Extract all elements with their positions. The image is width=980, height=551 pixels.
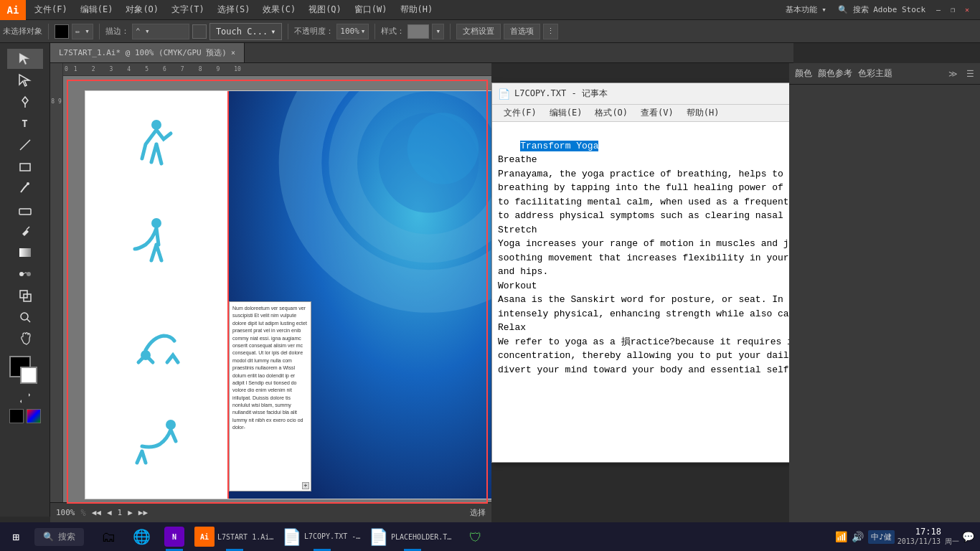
status-mode: 选择: [470, 507, 486, 518]
volume-icon[interactable]: 🔊: [852, 531, 864, 542]
restore-button[interactable]: ❐: [946, 3, 960, 17]
color-panel-title: 颜色: [795, 67, 812, 80]
menu-view[interactable]: 视图(Q): [303, 1, 347, 19]
stroke-dropdown[interactable]: ⌃ ▾: [132, 24, 189, 39]
style-dropdown[interactable]: ▾: [432, 24, 444, 39]
zoom-tool[interactable]: [7, 307, 43, 327]
notification-icon[interactable]: 💬: [962, 531, 974, 542]
notepad-icon: 📄: [498, 88, 510, 100]
svg-point-6: [27, 272, 31, 276]
eyedropper-tool[interactable]: [7, 221, 43, 241]
brush-tool[interactable]: [7, 178, 43, 198]
menu-select[interactable]: 选择(S): [212, 1, 256, 19]
separator-5: [450, 24, 451, 39]
none-fill[interactable]: [9, 409, 24, 423]
stroke-color-box[interactable]: [20, 367, 37, 384]
eraser-tool[interactable]: [7, 199, 43, 220]
hand-tool[interactable]: [7, 329, 43, 349]
menu-text[interactable]: 文字(T): [166, 1, 210, 19]
menu-object[interactable]: 对象(O): [120, 1, 164, 19]
time-display: 17:18: [897, 527, 959, 537]
nav-back-btn[interactable]: ◀: [107, 508, 112, 517]
taskbar-app-antivirus[interactable]: 🛡: [460, 522, 491, 551]
style-label: 样式：: [381, 26, 405, 37]
canvas-text-content: Num doloreetum ver sequam ver suscipisti…: [232, 306, 307, 430]
shape-tool[interactable]: [7, 156, 43, 176]
nav-next-btn[interactable]: ▶▶: [138, 508, 148, 517]
menu-help[interactable]: 帮助(H): [395, 1, 439, 19]
brush-dropdown[interactable]: ✏ ▾: [72, 24, 93, 39]
gradient-tool[interactable]: [7, 242, 43, 263]
close-button[interactable]: ✕: [960, 3, 974, 17]
nav-forward-btn[interactable]: ▶: [128, 508, 133, 517]
taskbar-apps: 🗂 🌐 N Ai L7START_1.Ai* @... 📄 L7COPY.TXT…: [87, 522, 829, 551]
np-taskbar-label: L7COPY.TXT - 记...: [304, 532, 362, 542]
taskbar-app-illustrator[interactable]: Ai L7START_1.Ai* @...: [192, 522, 278, 551]
scale-tool[interactable]: [7, 286, 43, 306]
type-tool[interactable]: T: [7, 113, 43, 133]
svg-point-9: [21, 313, 28, 320]
menu-window[interactable]: 窗口(W): [349, 1, 393, 19]
yoga-figure-2: [131, 217, 182, 275]
svg-rect-1: [20, 164, 30, 171]
tab-close-btn[interactable]: ×: [231, 49, 235, 57]
taskbar-app-explorer[interactable]: 🗂: [93, 522, 124, 551]
fill-color[interactable]: [55, 24, 69, 39]
start-button[interactable]: ⊞: [0, 522, 32, 551]
swap-colors-icon[interactable]: [20, 393, 30, 403]
color-swatches[interactable]: [9, 356, 41, 387]
pen-tool[interactable]: [7, 92, 43, 112]
svg-point-2: [27, 182, 29, 185]
line-tool[interactable]: [7, 135, 43, 155]
notepad-title-text: L7COPY.TXT - 记事本: [514, 88, 608, 100]
direct-select-tool[interactable]: [7, 70, 43, 90]
text-overflow-indicator[interactable]: +: [302, 482, 309, 489]
np-taskbar-item: 📄 L7COPY.TXT - 记...: [282, 528, 362, 546]
zoom-level: 100%: [56, 508, 75, 517]
ai-taskbar-icon: Ai: [194, 527, 215, 547]
np-help[interactable]: 帮助(H): [681, 105, 725, 121]
opacity-dropdown[interactable]: 100% ▾: [336, 24, 369, 39]
np-edit[interactable]: 编辑(E): [544, 105, 588, 121]
minimize-button[interactable]: —: [931, 3, 946, 17]
style-box[interactable]: [407, 24, 429, 39]
color-theme-title: 色彩主题: [858, 67, 892, 80]
touch-dropdown[interactable]: Touch C... ▾: [209, 23, 282, 40]
np-view[interactable]: 查看(V): [635, 105, 679, 121]
selection-tool[interactable]: [7, 49, 43, 69]
taskbar-app-placeholder[interactable]: 📄 PLACEHOLDER.TX...: [366, 522, 458, 551]
menu-edit[interactable]: 编辑(E): [75, 1, 119, 19]
menu-file[interactable]: 文件(F): [29, 1, 73, 19]
top-menu-bar: Ai 文件(F) 编辑(E) 对象(O) 文字(T) 选择(S) 效果(C) 视…: [0, 0, 980, 20]
doc-settings-btn[interactable]: 文档设置: [456, 24, 501, 39]
taskbar-app-browser[interactable]: 🌐: [126, 522, 157, 551]
stroke-color[interactable]: [192, 24, 207, 39]
active-tab[interactable]: L7START_1.Ai* @ 100% (CMYK/GPU 预选) ×: [50, 43, 245, 62]
taskbar-app-nicovideo[interactable]: N: [159, 522, 190, 551]
search-stock: 🔍 搜索 Adobe Stock: [838, 4, 925, 15]
ai-taskbar-item: Ai L7START_1.Ai* @...: [194, 527, 275, 547]
right-panels: 颜色 颜色参考 色彩主题 ≫ ☰: [789, 63, 980, 524]
extra-options[interactable]: ⋮: [543, 24, 558, 39]
nico-icon: N: [164, 527, 184, 547]
gradient-fill[interactable]: [27, 409, 41, 423]
taskbar-app-notepad[interactable]: 📄 L7COPY.TXT - 记...: [279, 522, 364, 551]
taskbar-search[interactable]: 🔍 搜索: [34, 528, 84, 546]
canvas-text-box[interactable]: Num doloreetum ver sequam ver suscipisti…: [229, 301, 311, 491]
menu-effect[interactable]: 效果(C): [257, 1, 301, 19]
artboard[interactable]: Num doloreetum ver sequam ver suscipisti…: [85, 90, 491, 499]
np-format[interactable]: 格式(O): [589, 105, 633, 121]
network-icon[interactable]: 📶: [835, 531, 847, 542]
svg-rect-3: [19, 209, 31, 215]
basic-functions: 基本功能 ▾: [786, 4, 826, 15]
np-file[interactable]: 文件(F): [498, 105, 542, 121]
nav-prev-btn[interactable]: ◀◀: [92, 508, 101, 517]
canvas-content: Num doloreetum ver sequam ver suscipisti…: [63, 76, 491, 504]
panel-expand-btn[interactable]: ≫: [948, 69, 958, 79]
panel-menu-btn[interactable]: ☰: [966, 69, 974, 79]
svg-line-0: [20, 140, 30, 150]
yoga-figure-3: [131, 316, 182, 373]
ime-indicator[interactable]: 中♪健: [868, 530, 895, 544]
blend-tool[interactable]: [7, 264, 43, 284]
preferences-btn[interactable]: 首选项: [504, 24, 540, 39]
